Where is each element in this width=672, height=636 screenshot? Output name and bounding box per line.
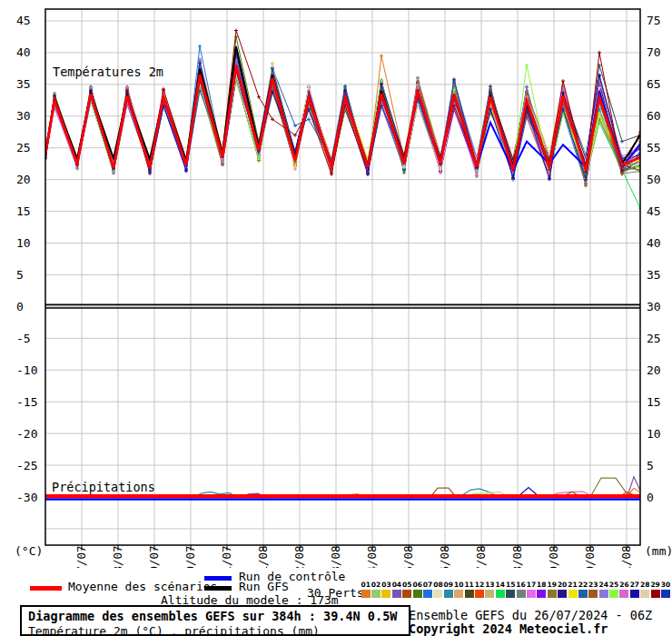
x-axis-date-label: 29/07 xyxy=(147,545,161,568)
member-number-label: 21 xyxy=(568,581,577,589)
right-axis-tick-label: 75 xyxy=(647,14,661,27)
right-axis-tick-label: 15 xyxy=(647,395,661,409)
member-number-label: 28 xyxy=(640,581,649,589)
member-legend-14: 14 xyxy=(495,581,505,598)
member-legend-03: 03 xyxy=(381,581,391,598)
left-axis-tick-label: 30 xyxy=(16,109,31,123)
right-axis-tick-label: 0 xyxy=(647,491,654,504)
right-axis-tick-label: 35 xyxy=(647,268,661,282)
right-axis-tick-label: 5 xyxy=(647,459,654,472)
member-legend-16: 16 xyxy=(516,581,526,598)
member-color-swatch xyxy=(527,590,536,598)
member-legend-11: 11 xyxy=(464,581,474,598)
left-axis-tick-label: 0 xyxy=(16,300,24,313)
member-color-swatch xyxy=(413,590,422,598)
member-color-swatch xyxy=(392,590,401,598)
right-axis-tick-label: 10 xyxy=(647,427,661,441)
chart-title: Diagramme des ensembles GEFS sur 384h : … xyxy=(28,609,409,623)
ensemble-mean-legend-label: Moyenne des scénarios xyxy=(68,581,217,592)
member-color-swatch xyxy=(371,590,380,598)
copyright-label: Copyright 2024 Meteociel.fr xyxy=(409,621,608,636)
right-axis-tick-label: 30 xyxy=(647,300,661,313)
gfs-run-legend-label: Run GFS xyxy=(239,581,289,592)
member-legend-12: 12 xyxy=(474,581,484,598)
member-number-label: 27 xyxy=(630,581,639,589)
x-axis-date-label: 07/08 xyxy=(474,545,488,568)
member-color-swatch xyxy=(433,590,442,598)
left-axis-tick-label: -25 xyxy=(16,459,37,472)
x-axis-date-label: 05/08 xyxy=(401,545,415,568)
member-number-label: 26 xyxy=(619,581,628,589)
member-color-swatch xyxy=(588,590,598,598)
right-axis-tick-label: 20 xyxy=(647,363,661,377)
member-number-label: 29 xyxy=(650,581,659,589)
member-number-label: 03 xyxy=(381,581,390,589)
grid-lines xyxy=(45,9,640,545)
member-legend-09: 09 xyxy=(443,581,453,598)
chart-title-box: Diagramme des ensembles GEFS sur 384h : … xyxy=(20,605,410,636)
member-color-swatch xyxy=(599,590,608,598)
member-number-label: 24 xyxy=(598,581,608,589)
right-axis-tick-label: 60 xyxy=(647,109,661,123)
member-number-label: 09 xyxy=(444,581,453,589)
left-axis-tick-label: 40 xyxy=(16,45,31,59)
member-color-swatch xyxy=(361,590,371,598)
member-number-label: 30 xyxy=(661,581,670,589)
member-color-swatch xyxy=(578,590,588,598)
x-axis-date-label: 10/08 xyxy=(583,545,597,568)
x-axis-date-label: 02/08 xyxy=(292,545,306,568)
member-legend-21: 21 xyxy=(568,581,578,598)
temperature-panel-label: Températures 2m xyxy=(53,65,163,79)
member-color-swatch xyxy=(630,590,639,598)
left-axis-tick-label: -5 xyxy=(16,332,31,345)
plot-border xyxy=(45,9,640,545)
member-number-label: 16 xyxy=(516,581,525,589)
member-number-label: 11 xyxy=(464,581,473,589)
left-axis-tick-label: -10 xyxy=(16,363,37,377)
member-legend-18: 18 xyxy=(537,581,547,598)
x-axis-date-label: 11/08 xyxy=(619,545,633,568)
member-legend-20: 20 xyxy=(557,581,567,598)
member-legend-15: 15 xyxy=(505,581,515,598)
member-legend-10: 10 xyxy=(454,581,464,598)
member-number-label: 07 xyxy=(423,581,432,589)
member-legend-08: 08 xyxy=(433,581,443,598)
member-number-label: 18 xyxy=(537,581,546,589)
member-number-label: 15 xyxy=(506,581,515,589)
left-axis-tick-label: 10 xyxy=(16,236,31,250)
gfs-run-legend-swatch xyxy=(204,586,232,591)
x-axis-date-label: 06/08 xyxy=(438,545,451,568)
member-number-label: 13 xyxy=(485,581,494,589)
temperature-series xyxy=(44,29,642,211)
member-color-swatch xyxy=(651,590,660,598)
member-legend-13: 13 xyxy=(485,581,495,598)
member-color-swatch xyxy=(454,590,463,598)
left-axis-tick-label: 5 xyxy=(16,268,24,282)
member-legend-19: 19 xyxy=(547,581,557,598)
member-legend-06: 06 xyxy=(412,581,422,598)
x-axis-date-label: 01/08 xyxy=(256,545,270,568)
member-number-label: 22 xyxy=(578,581,588,589)
member-number-label: 08 xyxy=(433,581,442,589)
member-color-swatch xyxy=(619,590,628,598)
member-legend-24: 24 xyxy=(598,581,608,598)
right-axis-tick-label: 70 xyxy=(647,45,661,59)
right-axis-unit-label: (mm) xyxy=(645,544,672,558)
left-axis-tick-label: -15 xyxy=(16,395,37,409)
member-number-label: 04 xyxy=(392,581,401,589)
right-axis-tick-label: 25 xyxy=(647,332,661,345)
member-number-label: 20 xyxy=(558,581,567,589)
member-color-swatch xyxy=(568,590,578,598)
member-color-swatch xyxy=(537,590,546,598)
x-axis-date-label: 28/07 xyxy=(111,545,124,568)
member-color-swatch xyxy=(609,590,618,598)
right-axis-tick-label: 55 xyxy=(647,141,661,154)
ensemble-mean-legend-swatch xyxy=(30,586,62,591)
member-color-swatch xyxy=(475,590,484,598)
member-color-swatch xyxy=(558,590,567,598)
member-number-label: 25 xyxy=(609,581,618,589)
left-axis-tick-label: 35 xyxy=(16,77,31,91)
member-number-label: 10 xyxy=(454,581,463,589)
precipitation-panel-label: Précipitations xyxy=(52,480,155,494)
member-number-label: 19 xyxy=(548,581,557,589)
